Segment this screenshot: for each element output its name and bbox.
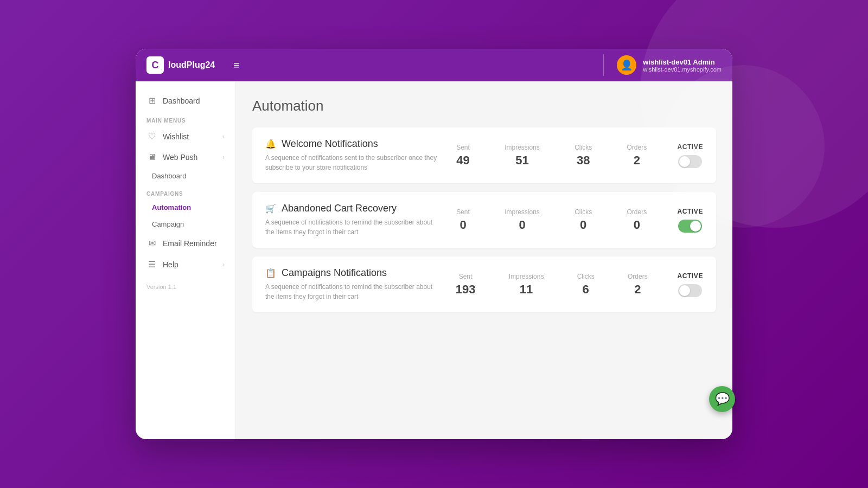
card-stats-welcome: Sent 49 Impressions 51 Clicks 38 Orders … [439, 144, 664, 168]
card-description-welcome: A sequence of notifications sent to the … [265, 153, 439, 172]
sidebar-item-webpush[interactable]: 🖥 Web Push › [136, 147, 235, 168]
stat-impressions-welcome: Impressions 51 [505, 144, 540, 168]
sidebar-dashboard-label: Dashboard [163, 97, 225, 105]
sent-value-cart: 0 [456, 218, 470, 232]
page-title: Automation [252, 98, 716, 114]
chevron-right-icon-help: › [222, 261, 225, 268]
orders-label-cart: Orders [627, 208, 647, 216]
main-menus-section: MAIN MENUS [136, 111, 235, 126]
active-label-campaigns: ACTIVE [677, 272, 703, 280]
card-icon-cart: 🛒 [265, 203, 276, 214]
sidebar-help-label: Help [163, 260, 217, 269]
stat-sent-cart: Sent 0 [456, 208, 470, 232]
card-description-cart: A sequence of notifications to remind th… [265, 217, 439, 237]
active-toggle-campaigns[interactable] [678, 284, 702, 297]
card-title-text-cart: Abandoned Cart Recovery [282, 203, 397, 214]
avatar: 👤 [617, 55, 636, 75]
header-separator [603, 54, 604, 76]
app-window: C loudPlug24 ≡ 👤 wishlist-dev01 Admin wi… [136, 49, 732, 439]
chevron-right-icon: › [222, 133, 225, 140]
orders-value-welcome: 2 [627, 153, 647, 168]
active-label-welcome: ACTIVE [677, 143, 703, 151]
card-title-campaigns: 📋 Campaigns Notifications [265, 267, 439, 279]
clicks-label-cart: Clicks [575, 208, 592, 216]
user-info: wishlist-dev01 Admin wishlist-dev01.mysh… [643, 58, 722, 73]
card-info-welcome: 🔔 Welcome Notifications A sequence of no… [265, 138, 439, 172]
impressions-label-campaigns: Impressions [509, 273, 544, 280]
sidebar-item-wishlist[interactable]: ♡ Wishlist › [136, 126, 235, 147]
logo-icon: C [146, 56, 164, 74]
sidebar-wishlist-label: Wishlist [163, 132, 217, 141]
sidebar-sub-campaign[interactable]: Campaign [136, 216, 235, 233]
header-user: 👤 wishlist-dev01 Admin wishlist-dev01.my… [603, 54, 722, 76]
orders-value-cart: 0 [627, 218, 647, 232]
orders-value-campaigns: 2 [628, 282, 648, 297]
card-stats-campaigns: Sent 193 Impressions 11 Clicks 6 Orders … [439, 273, 664, 297]
header: C loudPlug24 ≡ 👤 wishlist-dev01 Admin wi… [136, 49, 732, 81]
clicks-label-welcome: Clicks [575, 144, 592, 151]
webpush-icon: 🖥 [146, 152, 157, 162]
card-stats-cart: Sent 0 Impressions 0 Clicks 0 Orders 0 [439, 208, 664, 232]
stat-sent-welcome: Sent 49 [456, 144, 470, 168]
card-icon-welcome: 🔔 [265, 139, 276, 149]
stat-clicks-welcome: Clicks 38 [575, 144, 592, 168]
stat-orders-campaigns: Orders 2 [628, 273, 648, 297]
sub-campaign-label: Campaign [152, 220, 184, 228]
logo-text: loudPlug24 [168, 60, 215, 70]
main-layout: ⊞ Dashboard MAIN MENUS ♡ Wishlist › 🖥 We… [136, 81, 732, 439]
orders-label-campaigns: Orders [628, 273, 648, 280]
logo-area: C loudPlug24 [146, 56, 233, 74]
sent-label-cart: Sent [456, 208, 470, 216]
stat-orders-welcome: Orders 2 [627, 144, 647, 168]
stat-clicks-campaigns: Clicks 6 [577, 273, 595, 297]
card-title-cart: 🛒 Abandoned Cart Recovery [265, 203, 439, 214]
card-icon-campaigns: 📋 [265, 268, 276, 278]
impressions-value-campaigns: 11 [509, 282, 544, 297]
automation-cards: 🔔 Welcome Notifications A sequence of no… [252, 127, 716, 312]
automation-card-campaigns: 📋 Campaigns Notifications A sequence of … [252, 256, 716, 312]
clicks-value-cart: 0 [575, 218, 592, 232]
sent-value-campaigns: 193 [456, 282, 476, 297]
clicks-value-campaigns: 6 [577, 282, 595, 297]
sidebar: ⊞ Dashboard MAIN MENUS ♡ Wishlist › 🖥 We… [136, 81, 236, 439]
wishlist-icon: ♡ [146, 131, 157, 142]
chat-fab[interactable]: 💬 [709, 386, 735, 412]
automation-card-welcome: 🔔 Welcome Notifications A sequence of no… [252, 127, 716, 183]
stat-impressions-campaigns: Impressions 11 [509, 273, 544, 297]
clicks-label-campaigns: Clicks [577, 273, 595, 280]
user-shop: wishlist-dev01.myshopify.com [643, 66, 722, 73]
card-active-campaigns: ACTIVE [677, 272, 703, 297]
impressions-value-cart: 0 [505, 218, 540, 232]
sidebar-item-dashboard[interactable]: ⊞ Dashboard [136, 90, 235, 111]
active-label-cart: ACTIVE [677, 208, 703, 215]
sent-label-campaigns: Sent [456, 273, 476, 280]
user-name: wishlist-dev01 Admin [643, 58, 722, 66]
impressions-label-cart: Impressions [505, 208, 540, 216]
hamburger-button[interactable]: ≡ [233, 59, 603, 72]
stat-sent-campaigns: Sent 193 [456, 273, 476, 297]
card-active-welcome: ACTIVE [677, 143, 703, 168]
dashboard-icon: ⊞ [146, 95, 157, 106]
clicks-value-welcome: 38 [575, 153, 592, 168]
sidebar-item-email-reminder[interactable]: ✉ Email Reminder [136, 233, 235, 254]
email-icon: ✉ [146, 238, 157, 248]
active-toggle-cart[interactable] [678, 220, 702, 233]
stat-impressions-cart: Impressions 0 [505, 208, 540, 232]
sidebar-item-help[interactable]: ☰ Help › [136, 254, 235, 275]
active-toggle-welcome[interactable] [678, 155, 702, 168]
sub-automation-label: Automation [152, 203, 191, 211]
impressions-value-welcome: 51 [505, 153, 540, 168]
impressions-label-welcome: Impressions [505, 144, 540, 151]
stat-orders-cart: Orders 0 [627, 208, 647, 232]
sidebar-sub-dashboard[interactable]: Dashboard [136, 168, 235, 184]
sidebar-sub-automation[interactable]: Automation [136, 199, 235, 216]
chevron-right-icon-webpush: › [222, 153, 225, 161]
card-title-text-welcome: Welcome Notifications [282, 138, 378, 150]
help-icon: ☰ [146, 259, 157, 269]
logo-letter: C [152, 60, 159, 71]
card-info-campaigns: 📋 Campaigns Notifications A sequence of … [265, 267, 439, 301]
chat-icon: 💬 [715, 392, 730, 406]
version-label: Version 1.1 [136, 275, 235, 290]
sub-dashboard-label: Dashboard [152, 172, 187, 180]
stat-clicks-cart: Clicks 0 [575, 208, 592, 232]
